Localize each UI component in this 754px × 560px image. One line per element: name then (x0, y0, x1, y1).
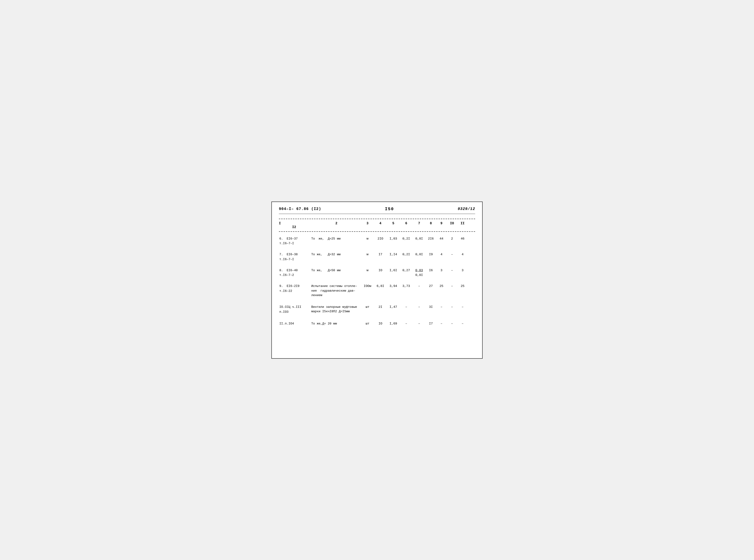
row10-desc: Вентили запорные муфтовыемарки I5кчI8П2 … (309, 305, 361, 314)
row11-code: II.п.IO4 (279, 321, 309, 326)
row6-col12: 46 (457, 237, 468, 241)
row7-col7: 0,2I (400, 252, 413, 257)
column-headers: I 2 3 4 5 6 7 8 9 IO II I2 (279, 221, 475, 230)
document-page: 904–I– 67.86 (I2) I50 9329/12 I 2 3 4 5 … (271, 201, 483, 359)
dashed-separator-bottom (279, 231, 475, 232)
row10-code: IO.ССЦ ч.IIIп.IO3 (279, 305, 309, 315)
row9-col5: 6,8I (374, 284, 387, 288)
row7-desc: То же, Д=32 мм (309, 252, 361, 257)
row6-col8: 0,0I (413, 237, 426, 241)
col-header-7: 7 (413, 221, 426, 225)
col-header-3: 3 (361, 221, 374, 225)
row6-col7: 0,2I (400, 237, 413, 241)
row9-col12: 25 (457, 284, 468, 288)
header-page-number: I50 (385, 207, 394, 212)
header-doc-number: 904–I– 67.86 (I2) (279, 207, 321, 211)
row11-col6: I,69 (387, 321, 400, 326)
row11-unit: шт (361, 321, 374, 326)
row11-col7: – (400, 321, 413, 326)
row7-col6: I,I4 (387, 252, 400, 257)
row6-col9: 2I6 (426, 237, 436, 241)
table-body: 6. EI6–37т.I6–7–I То же, Д=25 мм м 2IO I… (279, 235, 475, 327)
row11-col8: – (413, 321, 426, 326)
row6-col6: I,03 (387, 237, 400, 241)
row9-col11: – (447, 284, 457, 288)
col-header-4: 4 (374, 221, 387, 225)
row10-col10: – (436, 305, 447, 309)
row10-col8: – (413, 305, 426, 309)
row9-col7: 3,73 (400, 284, 413, 288)
row10-col12: – (457, 305, 468, 309)
row6-code: 6. EI6–37т.I6–7–I (279, 237, 309, 246)
row6-unit: м (361, 237, 374, 241)
table-row: 8. EI6–40т.I6–7–2 То же, Д=50 мм м IO I,… (279, 267, 475, 279)
row8-col7: 0,27 (400, 268, 413, 273)
col-header-11: II (457, 221, 468, 225)
row10-col7: – (400, 305, 413, 309)
row8-col9: I6 (426, 268, 436, 273)
row8-desc: То же, Д=50 мм (309, 268, 361, 273)
row9-col6: 3,94 (387, 284, 400, 288)
row9-col8: – (413, 284, 426, 288)
row11-col12: – (457, 321, 468, 326)
header-code: 9329/12 (458, 207, 475, 211)
row6-desc: То же, Д=25 мм (309, 237, 361, 241)
table-row: 7. EI6–38т.I6–7–I То же, Д=32 мм м I7 I,… (279, 251, 475, 262)
col-header-8: 8 (426, 221, 436, 225)
row8-col11: – (447, 268, 457, 273)
table-row: 6. EI6–37т.I6–7–I То же, Д=25 мм м 2IO I… (279, 235, 475, 247)
row8-unit: м (361, 268, 374, 273)
row8-col6: I,6I (387, 268, 400, 273)
col-header-1: I (279, 221, 309, 225)
row9-unit: IOOм (361, 284, 374, 288)
row11-desc: То же,Д= 20 мм (309, 321, 361, 326)
row6-col10: 44 (436, 237, 447, 241)
row11-col9: I7 (426, 321, 436, 326)
dashed-separator-top (279, 219, 475, 219)
col-header-6: 6 (400, 221, 413, 225)
row11-col10: – (436, 321, 447, 326)
row10-col5: 2I (374, 305, 387, 309)
row7-col11: – (447, 252, 457, 257)
row11-col5: IO (374, 321, 387, 326)
row8-code: 8. EI6–40т.I6–7–2 (279, 268, 309, 278)
col-header-5: 5 (387, 221, 400, 225)
table-row: IO.ССЦ ч.IIIп.IO3 Вентили запорные муфто… (279, 303, 475, 315)
col-header-10: IO (447, 221, 457, 225)
row7-code: 7. EI6–38т.I6–7–I (279, 252, 309, 262)
table-row: II.п.IO4 То же,Д= 20 мм шт IO I,69 – – I… (279, 320, 475, 327)
row8-col5: IO (374, 268, 387, 273)
row6-col5: 2IO (374, 237, 387, 241)
row9-col9: 27 (426, 284, 436, 288)
header-row: 904–I– 67.86 (I2) I50 9329/12 (279, 207, 475, 214)
table-row: 9. EI6–2I9т.I6–22 Испытание системы отоп… (279, 282, 475, 298)
row10-col9: 3I (426, 305, 436, 309)
row7-col12: 4 (457, 252, 468, 257)
col-header-12: I2 (279, 225, 309, 229)
row9-col10: 25 (436, 284, 447, 288)
row7-col10: 4 (436, 252, 447, 257)
row11-col11: – (447, 321, 457, 326)
row10-col11: – (447, 305, 457, 309)
row8-col8: 0,03 0,0I (413, 268, 426, 278)
col-header-9: 9 (436, 221, 447, 225)
row7-col8: 0,0I (413, 252, 426, 257)
row8-col12: 3 (457, 268, 468, 273)
row10-col6: I,47 (387, 305, 400, 309)
row7-col5: I7 (374, 252, 387, 257)
row6-col11: 2 (447, 237, 457, 241)
row9-code: 9. EI6–2I9т.I6–22 (279, 284, 309, 294)
row10-unit: шт (361, 305, 374, 309)
col-header-2: 2 (309, 221, 361, 225)
row7-col9: I9 (426, 252, 436, 257)
row7-unit: м (361, 252, 374, 257)
row8-col10: 3 (436, 268, 447, 273)
row9-desc: Испытание системы отопле–ния гидравличес… (309, 284, 361, 298)
